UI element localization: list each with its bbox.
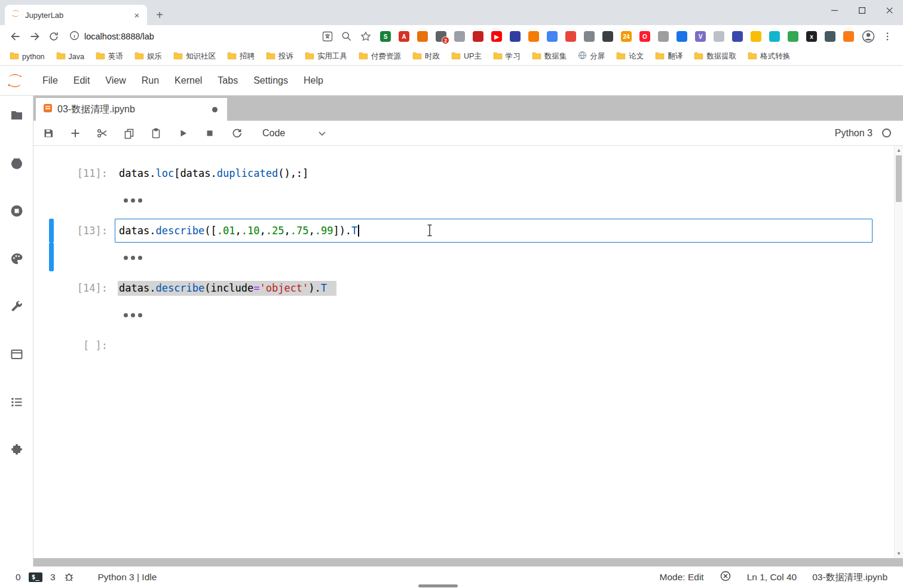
- extension-icon[interactable]: [843, 31, 854, 42]
- forward-icon[interactable]: [26, 28, 43, 45]
- bookmark-item[interactable]: 招聘: [227, 51, 255, 62]
- window-minimize-icon[interactable]: [821, 0, 848, 20]
- interrupt-kernel-button[interactable]: [203, 127, 216, 140]
- bookmark-item[interactable]: 数据提取: [694, 51, 736, 62]
- scrollbar-thumb[interactable]: [896, 155, 902, 202]
- kernel-name[interactable]: Python 3: [835, 128, 873, 139]
- extension-icon[interactable]: [658, 31, 669, 42]
- output-collapser[interactable]: [49, 243, 54, 271]
- window-maximize-icon[interactable]: [848, 0, 876, 20]
- scroll-up-icon[interactable]: ▲: [895, 146, 903, 155]
- save-button[interactable]: [42, 127, 55, 140]
- kernel-status-icon[interactable]: [882, 128, 891, 137]
- terminals-count[interactable]: 0: [16, 572, 21, 583]
- restart-kernel-button[interactable]: [230, 127, 243, 140]
- extension-icon[interactable]: 24: [621, 31, 632, 42]
- document-tab[interactable]: 03-数据清理.ipynb: [36, 98, 227, 121]
- browser-tab[interactable]: JupyterLab ×: [5, 5, 147, 25]
- extension-icon[interactable]: [584, 31, 595, 42]
- menu-help[interactable]: Help: [296, 72, 331, 90]
- menu-edit[interactable]: Edit: [66, 72, 98, 90]
- run-cell-button[interactable]: [176, 127, 189, 140]
- bookmark-item[interactable]: 格式转换: [748, 51, 790, 62]
- sidebar-item-files[interactable]: [9, 108, 25, 123]
- avatar[interactable]: [860, 28, 877, 45]
- menu-run[interactable]: Run: [134, 72, 167, 90]
- bookmark-item[interactable]: UP主: [451, 51, 482, 62]
- scroll-down-icon[interactable]: ▼: [895, 549, 903, 558]
- bookmark-item[interactable]: 论文: [616, 51, 644, 62]
- extension-icon[interactable]: [751, 31, 761, 42]
- new-tab-button[interactable]: +: [151, 6, 169, 24]
- extension-icon[interactable]: [417, 31, 428, 42]
- cell-editor[interactable]: datas.describe([.01,.10,.25,.75,.99]).T: [115, 219, 873, 243]
- tab-close-icon[interactable]: ×: [131, 10, 142, 20]
- collapsed-output-button[interactable]: [123, 195, 143, 206]
- bookmark-item[interactable]: 翻译: [655, 51, 682, 62]
- sidebar-item-commands[interactable]: [9, 251, 25, 267]
- extension-icon[interactable]: [732, 31, 743, 42]
- omnibox[interactable]: localhost:8888/lab: [69, 30, 154, 43]
- output-collapser[interactable]: [49, 300, 54, 329]
- bookmark-item[interactable]: 知识社区: [173, 51, 216, 62]
- bookmark-item[interactable]: 学习: [493, 51, 521, 62]
- extension-icon[interactable]: [473, 31, 483, 42]
- mode-indicator[interactable]: Mode: Edit: [660, 572, 704, 583]
- reload-icon[interactable]: [45, 28, 62, 45]
- menu-settings[interactable]: Settings: [246, 72, 296, 90]
- window-close-icon[interactable]: [876, 0, 903, 20]
- extension-icon[interactable]: ▶: [491, 31, 502, 42]
- paste-cell-button[interactable]: [149, 127, 163, 140]
- cell-collapser[interactable]: [49, 161, 54, 185]
- kernels-count[interactable]: 3: [50, 572, 56, 583]
- menu-view[interactable]: View: [97, 72, 133, 90]
- bookmark-item[interactable]: 数据集: [532, 51, 567, 62]
- cell-type-dropdown[interactable]: Code: [259, 127, 330, 140]
- cell-collapser[interactable]: [49, 219, 54, 243]
- bug-icon[interactable]: [63, 571, 75, 584]
- bookmark-item[interactable]: 投诉: [266, 51, 293, 62]
- sidebar-item-extensions[interactable]: [9, 442, 25, 458]
- bookmark-item[interactable]: 时政: [412, 51, 440, 62]
- cell-editor[interactable]: [115, 333, 873, 357]
- bookmark-item[interactable]: 付费资源: [359, 51, 401, 62]
- sidebar-item-toc[interactable]: [9, 394, 25, 410]
- menu-tabs[interactable]: Tabs: [210, 72, 246, 90]
- cell-editor[interactable]: datas.describe(include='object').T: [115, 276, 873, 300]
- sidebar-item-github[interactable]: [9, 155, 25, 171]
- extension-icon[interactable]: [510, 31, 521, 42]
- bookmark-item[interactable]: Java: [56, 51, 84, 62]
- output-collapser[interactable]: [49, 185, 54, 214]
- extension-icon[interactable]: [602, 31, 613, 42]
- zoom-icon[interactable]: [338, 28, 355, 45]
- sidebar-item-open-tabs[interactable]: [9, 347, 25, 362]
- bookmark-item[interactable]: python: [10, 51, 45, 62]
- notification-off-icon[interactable]: [720, 570, 731, 584]
- terminal-icon[interactable]: $_: [29, 572, 42, 582]
- extension-icon[interactable]: [825, 31, 835, 42]
- extension-icon[interactable]: S: [380, 31, 391, 42]
- cut-cell-button[interactable]: [96, 127, 109, 140]
- unsaved-changes-dot[interactable]: [212, 107, 218, 112]
- cell-editor[interactable]: datas.loc[datas.duplicated(),:]: [115, 161, 873, 185]
- add-cell-button[interactable]: [69, 127, 82, 140]
- extension-icon[interactable]: [547, 31, 558, 42]
- bookmark-item[interactable]: 娱乐: [134, 51, 162, 62]
- extension-icon[interactable]: [677, 31, 687, 42]
- bookmark-item[interactable]: 分屏: [578, 51, 605, 62]
- cell-collapser[interactable]: [49, 333, 54, 357]
- sidebar-item-inspector[interactable]: [9, 299, 25, 314]
- extension-icon[interactable]: [788, 31, 798, 42]
- extension-icon[interactable]: A: [399, 31, 409, 42]
- browser-menu-icon[interactable]: [879, 28, 896, 45]
- extension-icon[interactable]: [714, 31, 724, 42]
- menu-kernel[interactable]: Kernel: [167, 72, 210, 90]
- url-text[interactable]: localhost:8888/lab: [84, 32, 154, 41]
- extension-icon[interactable]: x: [806, 31, 817, 42]
- extension-icon[interactable]: [454, 31, 465, 42]
- kernel-status-text[interactable]: Python 3 | Idle: [98, 572, 157, 583]
- extension-icon[interactable]: [769, 31, 780, 42]
- cursor-position[interactable]: Ln 1, Col 40: [747, 572, 797, 583]
- copy-cell-button[interactable]: [123, 127, 136, 140]
- bookmark-star-icon[interactable]: [357, 28, 374, 45]
